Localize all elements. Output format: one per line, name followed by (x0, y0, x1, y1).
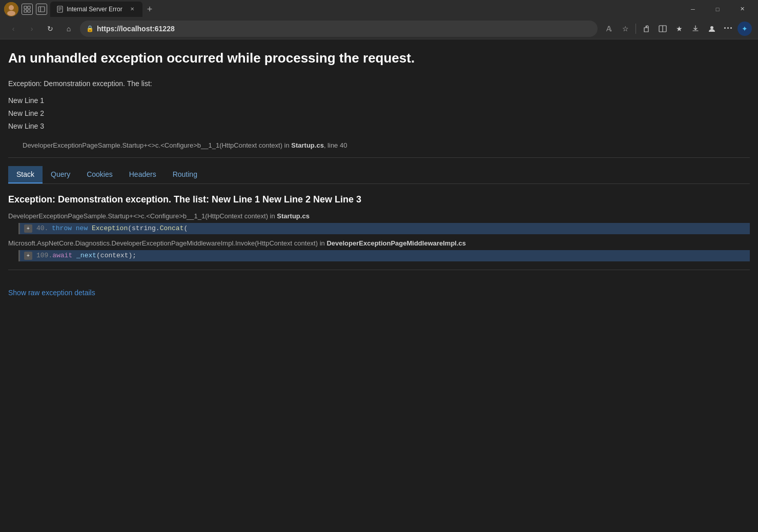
stack-section: Exception: Demonstration exception. The … (8, 194, 750, 297)
title-bar: Internal Server Error ✕ + ─ □ ✕ (0, 0, 758, 18)
close-button[interactable]: ✕ (730, 0, 754, 18)
nav-right-icons: 𝔸 ☆ ★ ··· ✦ (602, 22, 752, 36)
favorites-button[interactable]: ☆ (618, 22, 632, 36)
tab-headers[interactable]: Headers (121, 166, 165, 183)
var-next: _next (76, 252, 96, 259)
stack-location-suffix: , line 40 (324, 141, 347, 149)
tab-query[interactable]: Query (43, 166, 78, 183)
tab-group-icon[interactable] (22, 4, 33, 15)
code-text-40: throw new Exception(string.Concat( (52, 224, 188, 232)
line-number-40: 40. (36, 224, 52, 232)
address-text: https://localhost:61228 (97, 25, 591, 33)
frame-1-file: Startup.cs (277, 212, 310, 220)
stack-frame-1: DeveloperExceptionPageSample.Startup+<>c… (8, 211, 750, 234)
expand-button-2[interactable]: + (24, 252, 32, 260)
svg-point-16 (710, 26, 713, 29)
show-raw-link[interactable]: Show raw exception details (8, 289, 95, 297)
code-paren-1: (string. (128, 224, 159, 232)
frame-2-location: Microsoft.AspNetCore.Diagnostics.Develop… (8, 239, 326, 247)
tab-stack[interactable]: Stack (8, 166, 43, 183)
address-bar[interactable]: 🔒 https://localhost:61228 (80, 21, 598, 37)
active-tab[interactable]: Internal Server Error ✕ (50, 2, 142, 17)
title-bar-left (4, 2, 47, 16)
url-host: localhost (121, 25, 152, 33)
frame-2-code-block: + 109. await _next(context); (18, 250, 750, 261)
svg-rect-7 (38, 7, 45, 12)
lock-icon: 🔒 (86, 25, 94, 32)
svg-rect-3 (24, 6, 27, 9)
stack-location-text: DeveloperExceptionPageSample.Startup+<>c… (23, 141, 291, 149)
profile-button[interactable] (705, 22, 719, 36)
svg-rect-4 (28, 6, 30, 9)
line-number-109: 109. (36, 252, 52, 259)
stack-location: DeveloperExceptionPageSample.Startup+<>c… (23, 141, 750, 149)
maximize-button[interactable]: □ (706, 0, 729, 18)
stack-frame-1-header: DeveloperExceptionPageSample.Startup+<>c… (8, 211, 750, 221)
tab-title: Internal Server Error (67, 6, 125, 13)
new-tab-button[interactable]: + (142, 3, 157, 17)
frame-1-location: DeveloperExceptionPageSample.Startup+<>c… (8, 212, 277, 220)
split-screen-button[interactable] (655, 22, 670, 36)
back-button[interactable]: ‹ (6, 22, 21, 36)
exception-line-3: New Line 3 (8, 120, 750, 133)
nav-bar: ‹ › ↻ ⌂ 🔒 https://localhost:61228 𝔸 ☆ ★ (0, 18, 758, 39)
svg-point-2 (7, 11, 15, 16)
divider-3 (8, 270, 750, 270)
svg-rect-13 (645, 26, 647, 28)
error-heading: An unhandled exception occurred while pr… (8, 50, 750, 67)
tabs-nav: Stack Query Cookies Headers Routing (8, 166, 750, 183)
expand-button-1[interactable]: + (24, 224, 32, 233)
tab-favicon-icon (56, 6, 64, 13)
exception-line-1: New Line 1 (8, 94, 750, 107)
keyword-throw: throw new (52, 224, 92, 232)
code-line-40: + 40. throw new Exception(string.Concat( (20, 223, 750, 234)
reader-mode-button[interactable]: 𝔸 (602, 22, 616, 36)
page-content: An unhandled exception occurred while pr… (0, 39, 758, 532)
stack-location-file: Startup.cs (291, 141, 324, 149)
frame-1-code-block: + 40. throw new Exception(string.Concat( (18, 223, 750, 234)
stack-frame-2-header: Microsoft.AspNetCore.Diagnostics.Develop… (8, 238, 750, 248)
code-paren-2: ( (183, 224, 188, 232)
forward-button[interactable]: › (25, 22, 39, 36)
url-protocol: https:// (97, 25, 121, 33)
stack-frame-2: Microsoft.AspNetCore.Diagnostics.Develop… (8, 238, 750, 261)
profile-avatar[interactable] (4, 2, 18, 16)
code-line-109: + 109. await _next(context); (20, 250, 750, 261)
favorites-bar-button[interactable]: ★ (672, 22, 686, 36)
svg-point-1 (9, 5, 14, 10)
code-call: (context); (96, 252, 136, 259)
divider-1 (8, 157, 750, 158)
exception-lines-list: New Line 1 New Line 2 New Line 3 (8, 94, 750, 133)
extensions-button[interactable] (639, 22, 653, 36)
copilot-button[interactable]: ✦ (737, 22, 752, 36)
tab-routing[interactable]: Routing (165, 166, 206, 183)
url-port: :61228 (152, 25, 175, 33)
exception-intro: Exception: Demonstration exception. The … (8, 77, 750, 90)
tab-close-button[interactable]: ✕ (128, 5, 136, 13)
svg-rect-6 (28, 10, 30, 12)
tabs-row: Internal Server Error ✕ + (50, 2, 678, 17)
home-button[interactable]: ⌂ (62, 22, 76, 36)
downloads-button[interactable] (688, 22, 703, 36)
stack-exception-title: Exception: Demonstration exception. The … (8, 194, 750, 205)
divider-2 (8, 183, 750, 184)
minimize-button[interactable]: ─ (681, 0, 705, 18)
method-concat: Concat (160, 224, 184, 232)
code-text-109: await _next(context); (52, 252, 136, 259)
refresh-button[interactable]: ↻ (43, 22, 57, 36)
sidebar-toggle[interactable] (36, 4, 47, 15)
browser-window: Internal Server Error ✕ + ─ □ ✕ ‹ › ↻ ⌂ … (0, 0, 758, 532)
svg-rect-5 (24, 10, 27, 12)
keyword-await: await (52, 252, 76, 259)
more-options-button[interactable]: ··· (721, 22, 735, 36)
tab-cookies[interactable]: Cookies (78, 166, 121, 183)
method-exception: Exception (92, 224, 128, 232)
nav-divider (636, 24, 636, 34)
title-bar-controls: ─ □ ✕ (681, 0, 754, 18)
frame-2-file: DeveloperExceptionPageMiddlewareImpl.cs (326, 239, 466, 247)
exception-line-2: New Line 2 (8, 107, 750, 120)
